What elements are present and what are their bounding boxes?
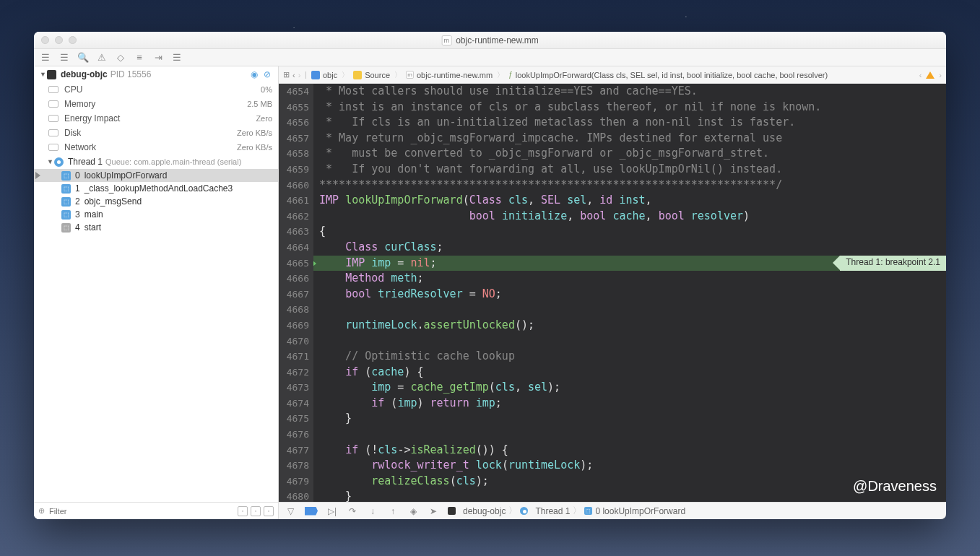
prev-issue-icon[interactable]: ‹ bbox=[919, 71, 922, 79]
code-line[interactable]: rwlock_writer_t lock(runtimeLock); bbox=[313, 458, 946, 474]
code-line[interactable]: // Optimistic cache lookup bbox=[313, 349, 946, 365]
filter-input[interactable] bbox=[49, 507, 233, 516]
spin-icon[interactable]: ◉ bbox=[249, 69, 259, 79]
step-over-icon[interactable]: ↷ bbox=[347, 505, 358, 517]
gutter-line[interactable]: 4671 bbox=[279, 349, 309, 365]
gauge-network[interactable]: Network Zero KB/s bbox=[34, 140, 278, 155]
stack-frame[interactable]: ⬚1 _class_lookupMethodAndLoadCache3 bbox=[34, 182, 278, 195]
code-line[interactable] bbox=[313, 334, 946, 349]
code-line[interactable]: { bbox=[313, 224, 946, 240]
gutter-line[interactable]: 4678 bbox=[279, 458, 309, 474]
crumb-folder[interactable]: Source bbox=[353, 71, 390, 79]
disclosure-icon[interactable]: ▼ bbox=[47, 158, 54, 165]
code-line[interactable] bbox=[313, 427, 946, 443]
code-line[interactable]: } bbox=[313, 411, 946, 427]
code-line[interactable]: realizeClass(cls); bbox=[313, 474, 946, 490]
code-line[interactable]: Class curClass; bbox=[313, 240, 946, 256]
gauge-energy[interactable]: Energy Impact Zero bbox=[34, 111, 278, 126]
step-out-icon[interactable]: ↑ bbox=[387, 505, 399, 517]
gutter-line[interactable]: 4666 bbox=[279, 271, 309, 287]
gutter-line[interactable]: 4675 bbox=[279, 411, 309, 427]
stack-frame[interactable]: ⬚2 objc_msgSend bbox=[34, 195, 278, 208]
search-icon[interactable]: 🔍 bbox=[77, 52, 89, 64]
code-line[interactable]: * Most callers should use initialize==YE… bbox=[313, 84, 946, 100]
zoom-icon[interactable] bbox=[69, 36, 77, 44]
code-line[interactable]: bool triedResolver = NO; bbox=[313, 287, 946, 303]
gutter-line[interactable]: 4673 bbox=[279, 380, 309, 396]
next-issue-icon[interactable]: › bbox=[939, 71, 942, 79]
code-line[interactable]: runtimeLock.assertUnlocked(); bbox=[313, 318, 946, 334]
breakpoint-toggle-icon[interactable] bbox=[305, 507, 318, 516]
gutter-line[interactable]: 4667 bbox=[279, 287, 309, 303]
code-line[interactable]: if (!cls->isRealized()) { bbox=[313, 443, 946, 459]
line-gutter[interactable]: 4654465546564657465846594660466146624663… bbox=[279, 84, 313, 502]
gutter-line[interactable]: 4655 bbox=[279, 100, 309, 116]
warning-icon[interactable]: ⚠ bbox=[96, 52, 108, 64]
process-row[interactable]: ▼ debug-objc PID 15556 ◉ ⊘ bbox=[34, 66, 278, 82]
gauge-cpu[interactable]: CPU 0% bbox=[34, 82, 278, 97]
code-editor[interactable]: 4654465546564657465846594660466146624663… bbox=[279, 84, 946, 502]
filter-icon[interactable]: ⊕ bbox=[38, 506, 45, 516]
gutter-line[interactable]: 4677 bbox=[279, 443, 309, 459]
code-line[interactable]: ****************************************… bbox=[313, 178, 946, 194]
gutter-line[interactable]: 4665 bbox=[279, 256, 309, 272]
stack-frame[interactable]: ⬚0 lookUpImpOrForward bbox=[34, 169, 278, 182]
gutter-line[interactable]: 4679 bbox=[279, 474, 309, 490]
code-line[interactable]: IMP imp = nil;Thread 1: breakpoint 2.1 bbox=[313, 256, 946, 272]
gutter-line[interactable]: 4660 bbox=[279, 178, 309, 194]
debug-nav-icon[interactable]: ≡ bbox=[134, 52, 145, 64]
stack-frame[interactable]: ⬚3 main bbox=[34, 208, 278, 221]
gutter-line[interactable]: 4662 bbox=[279, 209, 309, 225]
code-line[interactable]: } bbox=[313, 489, 946, 502]
tests-icon[interactable]: ◇ bbox=[115, 52, 126, 64]
gutter-line[interactable]: 4680 bbox=[279, 489, 309, 502]
gutter-line[interactable]: 4676 bbox=[279, 427, 309, 443]
gutter-line[interactable]: 4674 bbox=[279, 396, 309, 412]
gutter-line[interactable]: 4661 bbox=[279, 193, 309, 209]
report-icon[interactable]: ☰ bbox=[171, 52, 183, 64]
crumb-project[interactable]: objc bbox=[311, 71, 337, 79]
hide-debug-icon[interactable]: ▽ bbox=[285, 505, 296, 517]
gutter-line[interactable]: 4663 bbox=[279, 224, 309, 240]
gauge-disk[interactable]: Disk Zero KB/s bbox=[34, 126, 278, 140]
filter-opt-1[interactable]: ▫ bbox=[238, 506, 248, 516]
thread-row[interactable]: ▼ Thread 1 Queue: com.apple.main-thread … bbox=[34, 155, 278, 169]
location-icon[interactable]: ➤ bbox=[428, 505, 439, 517]
filter-opt-2[interactable]: ▫ bbox=[251, 506, 261, 516]
breakpoints-icon[interactable]: ⇥ bbox=[152, 52, 164, 64]
code-line[interactable]: * May return _objc_msgForward_impcache. … bbox=[313, 131, 946, 147]
view-debug-icon[interactable]: ◈ bbox=[407, 505, 419, 517]
gutter-line[interactable]: 4670 bbox=[279, 334, 309, 349]
crumb-symbol[interactable]: ƒ lookUpImpOrForward(Class cls, SEL sel,… bbox=[508, 71, 828, 79]
gutter-line[interactable]: 4654 bbox=[279, 84, 309, 100]
debug-crumbs[interactable]: debug-objc 〉 Thread 1 〉 ⬚ 0 lookUpImpOrF… bbox=[448, 505, 685, 517]
gutter-line[interactable]: 4672 bbox=[279, 365, 309, 381]
pause-icon[interactable]: ⊘ bbox=[262, 69, 272, 79]
minimize-icon[interactable] bbox=[55, 36, 63, 44]
code-line[interactable] bbox=[313, 302, 946, 318]
code-line[interactable]: Method meth; bbox=[313, 271, 946, 287]
code-line[interactable]: IMP lookUpImpOrForward(Class cls, SEL se… bbox=[313, 193, 946, 209]
gutter-line[interactable]: 4668 bbox=[279, 302, 309, 318]
breakpoint-badge[interactable]: Thread 1: breakpoint 2.1 bbox=[840, 256, 946, 271]
close-icon[interactable] bbox=[41, 36, 49, 44]
warning-icon[interactable] bbox=[926, 71, 935, 79]
crumb-file[interactable]: m objc-runtime-new.mm bbox=[406, 71, 493, 79]
back-icon[interactable]: ‹ bbox=[292, 71, 295, 79]
code-content[interactable]: * Most callers should use initialize==YE… bbox=[313, 84, 946, 502]
disclosure-icon[interactable]: ▼ bbox=[40, 71, 47, 78]
code-line[interactable]: if (imp) return imp; bbox=[313, 396, 946, 412]
code-line[interactable]: if (cache) { bbox=[313, 365, 946, 381]
code-line[interactable]: * If cls is an un-initialized metaclass … bbox=[313, 115, 946, 131]
code-line[interactable]: bool initialize, bool cache, bool resolv… bbox=[313, 209, 946, 225]
filter-opt-3[interactable]: ▫ bbox=[264, 506, 274, 516]
gauge-memory[interactable]: Memory 2.5 MB bbox=[34, 97, 278, 111]
step-into-icon[interactable]: ↓ bbox=[367, 505, 378, 517]
stack-frame[interactable]: ⬚4 start bbox=[34, 221, 278, 234]
gutter-line[interactable]: 4658 bbox=[279, 146, 309, 162]
gutter-line[interactable]: 4657 bbox=[279, 131, 309, 147]
forward-icon[interactable]: › bbox=[298, 71, 301, 79]
code-line[interactable]: * inst is an instance of cls or a subcla… bbox=[313, 100, 946, 116]
list-icon[interactable]: ☰ bbox=[40, 52, 51, 64]
gutter-line[interactable]: 4659 bbox=[279, 162, 309, 178]
